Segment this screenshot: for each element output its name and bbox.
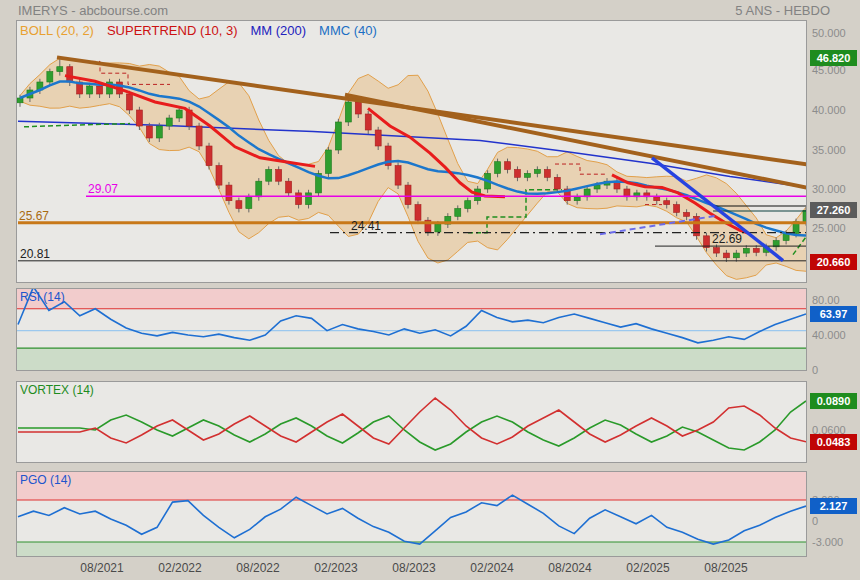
candle xyxy=(87,86,93,94)
timeframe-label: 5 ANS - HEBDO xyxy=(735,3,830,18)
value-badge-20.660: 20.660 xyxy=(810,254,857,270)
candle xyxy=(455,209,461,217)
candle xyxy=(514,170,520,178)
value-badge-2.127: 2.127 xyxy=(810,498,857,514)
candle xyxy=(365,114,371,130)
candle xyxy=(325,150,331,173)
candle xyxy=(733,253,739,258)
candle xyxy=(196,126,202,146)
candle xyxy=(753,248,759,252)
axis-tick-80.00: 80.00 xyxy=(812,293,840,307)
candle xyxy=(574,197,580,201)
value-badge-0.0483: 0.0483 xyxy=(810,434,857,450)
value-badge-63.97: 63.97 xyxy=(810,306,857,322)
level-label-29.07: 29.07 xyxy=(88,183,118,195)
x-axis-label-08/2025: 08/2025 xyxy=(704,561,747,575)
candle xyxy=(713,248,719,253)
candle xyxy=(743,248,749,253)
main-price-panel[interactable]: BOLL (20, 2)SUPERTREND (10, 3)MM (200)MM… xyxy=(16,20,807,283)
candle xyxy=(335,122,341,150)
candle xyxy=(544,170,550,178)
candle xyxy=(97,86,103,94)
vortex-label: VORTEX (14) xyxy=(20,383,94,397)
legend-supertrend[interactable]: SUPERTREND (10, 3) xyxy=(107,23,238,38)
level-label-20.81: 20.81 xyxy=(20,248,50,260)
axis-tick-0: 0 xyxy=(812,363,818,377)
x-axis-label-08/2022: 08/2022 xyxy=(236,561,279,575)
level-label-22.69: 22.69 xyxy=(712,233,742,245)
candle xyxy=(166,118,172,126)
level-label-25.67: 25.67 xyxy=(19,210,49,222)
candle xyxy=(654,197,660,201)
pgo-panel[interactable]: PGO (14) xyxy=(16,471,807,557)
candle xyxy=(17,98,23,103)
candle xyxy=(723,253,729,258)
candle xyxy=(256,181,262,197)
candle xyxy=(534,170,540,174)
x-axis-label-02/2024: 02/2024 xyxy=(470,561,513,575)
candle xyxy=(126,94,132,110)
legend-mm200[interactable]: MM (200) xyxy=(250,23,306,38)
candle xyxy=(306,193,312,205)
candle xyxy=(505,162,511,170)
axis-tick-35.000: 35.000 xyxy=(812,143,846,157)
candle xyxy=(405,185,411,205)
x-axis-label-02/2025: 02/2025 xyxy=(626,561,669,575)
candle xyxy=(206,146,212,166)
candle xyxy=(286,181,292,193)
rsi-label: RSI (14) xyxy=(20,290,65,304)
indicator-legend: BOLL (20, 2)SUPERTREND (10, 3)MM (200)MM… xyxy=(20,23,390,38)
legend-mmc40[interactable]: MMC (40) xyxy=(319,23,377,38)
value-badge-0.0890: 0.0890 xyxy=(810,393,857,409)
candle xyxy=(465,201,471,209)
candle xyxy=(266,170,272,182)
candle xyxy=(524,173,530,177)
candle xyxy=(495,162,501,174)
candle xyxy=(296,193,302,205)
pgo-line xyxy=(18,495,806,544)
axis-tick-40.000: 40.000 xyxy=(812,103,846,117)
candle xyxy=(435,224,441,232)
vortex-panel[interactable]: VORTEX (14) xyxy=(16,381,807,463)
rsi-plot[interactable] xyxy=(17,289,806,370)
value-badge-27.260: 27.260 xyxy=(810,202,857,218)
level-label-24.41: 24.41 xyxy=(351,220,381,232)
candle xyxy=(156,126,162,138)
page-title: IMERYS - abcbourse.com xyxy=(18,3,168,18)
candle xyxy=(345,102,351,122)
candle xyxy=(57,67,63,72)
candle xyxy=(375,130,381,146)
pgo-label: PGO (14) xyxy=(20,473,71,487)
axis-tick--3.000: -3.000 xyxy=(812,535,843,549)
candle xyxy=(236,201,242,209)
legend-bollinger[interactable]: BOLL (20, 2) xyxy=(20,23,94,38)
candle xyxy=(246,197,252,209)
candle xyxy=(146,126,152,138)
candle xyxy=(47,72,53,82)
candle xyxy=(684,212,690,216)
candle xyxy=(136,110,142,126)
candle xyxy=(226,185,232,201)
value-badge-46.820: 46.820 xyxy=(810,50,857,66)
candle xyxy=(276,170,282,182)
x-axis-label-08/2024: 08/2024 xyxy=(548,561,591,575)
x-axis-label-08/2021: 08/2021 xyxy=(80,561,123,575)
candle xyxy=(395,166,401,186)
axis-tick-30.000: 30.000 xyxy=(812,182,846,196)
candle xyxy=(803,210,806,221)
price-chart-plot[interactable] xyxy=(17,21,806,282)
pgo-plot[interactable] xyxy=(17,472,806,556)
candle xyxy=(554,177,560,189)
candle xyxy=(67,67,73,82)
x-axis-label-08/2023: 08/2023 xyxy=(392,561,435,575)
axis-tick-40.000: 40.000 xyxy=(812,328,846,342)
candle xyxy=(355,102,361,114)
axis-tick-50.000: 50.000 xyxy=(812,26,846,40)
pgo-upper-zone xyxy=(17,472,806,500)
rsi-overbought-zone xyxy=(17,289,806,309)
rsi-oversold-zone xyxy=(17,348,806,370)
vortex-plot[interactable] xyxy=(17,382,806,462)
rsi-panel[interactable]: RSI (14) xyxy=(16,288,807,371)
chart-page: { "header": {"title": "IMERYS - abcbours… xyxy=(0,0,860,580)
pgo-lower-zone xyxy=(17,542,806,556)
